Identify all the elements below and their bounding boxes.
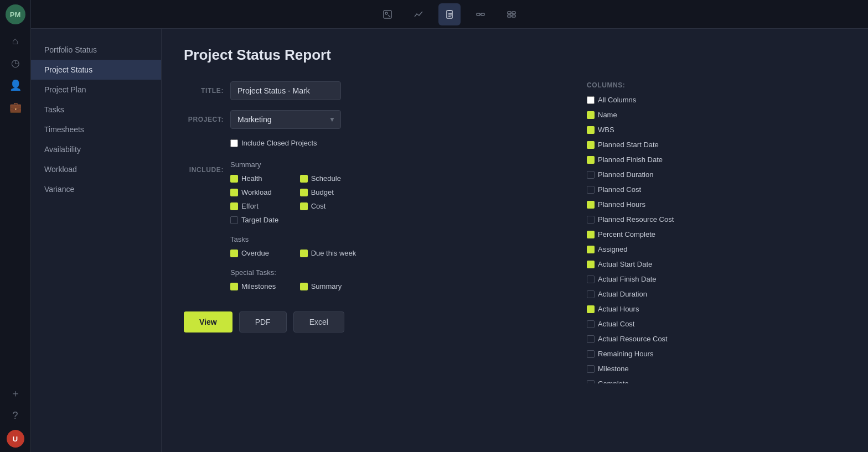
svg-rect-8 [477, 13, 480, 15]
col-actual-resource-cost-checkbox-group[interactable]: Actual Resource Cost [587, 335, 737, 343]
col-actual-resource-cost-label: Actual Resource Cost [598, 335, 668, 343]
users-icon[interactable]: 👤 [6, 75, 25, 95]
schedule-checked-icon [300, 175, 308, 183]
budget-label: Budget [311, 188, 334, 196]
col-planned-finish-checkbox-group[interactable]: Planned Finish Date [587, 155, 737, 164]
col-assigned-checkbox-group[interactable]: Assigned [587, 245, 737, 253]
all-columns-checkbox-group[interactable]: All Columns [587, 96, 737, 104]
svg-point-1 [385, 12, 388, 14]
col-planned-cost-unchecked [587, 186, 595, 194]
content-area: Project Status Report TITLE: PROJECT: Ma… [162, 29, 868, 452]
project-select-wrapper: Marketing Development Design Operations … [230, 110, 341, 129]
col-complete-checkbox-group[interactable]: Complete [587, 380, 737, 383]
chart-toolbar-icon[interactable] [407, 3, 430, 25]
col-actual-finish-checkbox-group[interactable]: Actual Finish Date [587, 275, 737, 283]
briefcase-icon[interactable]: 💼 [6, 97, 25, 117]
sidebar-item-portfolio-status[interactable]: Portfolio Status [31, 40, 161, 60]
budget-checkbox-group[interactable]: Budget [300, 188, 356, 196]
link-toolbar-icon[interactable] [469, 3, 492, 25]
col-actual-finish-label: Actual Finish Date [598, 275, 657, 283]
home-icon[interactable]: ⌂ [6, 31, 25, 51]
sidebar: Reports Portfolio Status Project Status … [31, 0, 162, 452]
app-logo[interactable]: PM [6, 4, 25, 24]
col-planned-hours-label: Planned Hours [598, 200, 645, 209]
include-closed-checkbox[interactable] [230, 139, 238, 147]
col-actual-start-label: Actual Start Date [598, 260, 652, 268]
icon-rail: PM ⌂ ◷ 👤 💼 ＋ ? U [0, 0, 31, 452]
workload-label: Workload [241, 188, 272, 196]
user-avatar[interactable]: U [7, 430, 24, 448]
col-percent-complete-checked [587, 231, 595, 238]
form-area: TITLE: PROJECT: Marketing Development De… [184, 81, 846, 383]
svg-rect-14 [512, 15, 515, 17]
summary-special-checkbox-group[interactable]: Summary [300, 282, 356, 290]
col-actual-hours-checkbox-group[interactable]: Actual Hours [587, 305, 737, 313]
add-icon[interactable]: ＋ [6, 383, 25, 403]
tasks-checkboxes: Overdue Due this week [230, 249, 356, 261]
main-area: Project Status Report TITLE: PROJECT: Ma… [162, 0, 868, 452]
overdue-label: Overdue [241, 249, 269, 257]
include-closed-label: Include Closed Projects [241, 139, 317, 147]
sidebar-item-timesheets[interactable]: Timesheets [31, 120, 161, 139]
target-date-checkbox-group[interactable]: Target Date [230, 216, 287, 224]
effort-label: Effort [241, 202, 259, 210]
include-section-row: INCLUDE: Summary Health Schedule [184, 160, 560, 294]
clipboard-toolbar-icon[interactable] [438, 3, 461, 25]
sidebar-item-availability[interactable]: Availability [31, 139, 161, 159]
sidebar-item-project-status[interactable]: Project Status [31, 60, 161, 80]
col-planned-resource-cost-checkbox-group[interactable]: Planned Resource Cost [587, 215, 737, 224]
col-wbs-checkbox-group[interactable]: WBS [587, 126, 737, 134]
sidebar-item-tasks[interactable]: Tasks [31, 100, 161, 120]
columns-panel: COLUMNS: All Columns Name [587, 81, 742, 383]
col-milestone-label: Milestone [598, 365, 629, 373]
pdf-button[interactable]: PDF [239, 311, 287, 332]
col-complete-unchecked [587, 380, 595, 384]
col-planned-duration-checkbox-group[interactable]: Planned Duration [587, 170, 737, 179]
title-input[interactable] [230, 81, 341, 100]
col-actual-finish-unchecked [587, 276, 595, 283]
col-planned-start-checked [587, 141, 595, 149]
view-button[interactable]: View [184, 311, 232, 332]
col-name-checkbox-group[interactable]: Name [587, 111, 737, 119]
include-closed-checkbox-group[interactable]: Include Closed Projects [230, 139, 317, 147]
search-toolbar-icon[interactable] [376, 3, 399, 25]
clock-icon[interactable]: ◷ [6, 53, 25, 73]
health-checkbox-group[interactable]: Health [230, 174, 287, 183]
col-planned-cost-checkbox-group[interactable]: Planned Cost [587, 185, 737, 194]
col-planned-start-label: Planned Start Date [598, 141, 659, 149]
col-actual-cost-checkbox-group[interactable]: Actual Cost [587, 320, 737, 328]
col-planned-start-checkbox-group[interactable]: Planned Start Date [587, 141, 737, 149]
milestones-checkbox-group[interactable]: Milestones [230, 282, 287, 290]
project-select[interactable]: Marketing Development Design Operations [230, 110, 341, 129]
col-remaining-hours-label: Remaining Hours [598, 350, 653, 358]
sidebar-item-project-plan[interactable]: Project Plan [31, 80, 161, 100]
schedule-checkbox-group[interactable]: Schedule [300, 174, 356, 183]
effort-checkbox-group[interactable]: Effort [230, 202, 287, 210]
col-percent-complete-checkbox-group[interactable]: Percent Complete [587, 230, 737, 238]
col-remaining-hours-checkbox-group[interactable]: Remaining Hours [587, 350, 737, 358]
layout-toolbar-icon[interactable] [500, 3, 523, 25]
summary-special-label: Summary [311, 282, 342, 290]
col-percent-complete-label: Percent Complete [598, 230, 655, 238]
col-milestone-checkbox-group[interactable]: Milestone [587, 365, 737, 373]
workload-checkbox-group[interactable]: Workload [230, 188, 287, 196]
col-name-label: Name [598, 111, 617, 119]
due-this-week-checkbox-group[interactable]: Due this week [300, 249, 356, 257]
excel-button[interactable]: Excel [293, 311, 344, 332]
effort-checked-icon [230, 202, 238, 210]
form-left: TITLE: PROJECT: Marketing Development De… [184, 81, 560, 383]
sidebar-item-workload[interactable]: Workload [31, 159, 161, 179]
help-icon[interactable]: ? [6, 406, 25, 425]
col-actual-start-checkbox-group[interactable]: Actual Start Date [587, 260, 737, 268]
sidebar-item-variance[interactable]: Variance [31, 179, 161, 199]
col-wbs-label: WBS [598, 126, 614, 134]
action-buttons: View PDF Excel [184, 311, 560, 332]
page-title: Project Status Report [184, 46, 846, 64]
col-planned-hours-checkbox-group[interactable]: Planned Hours [587, 200, 737, 209]
col-actual-duration-label: Actual Duration [598, 290, 647, 298]
col-name-checked [587, 111, 595, 119]
cost-checkbox-group[interactable]: Cost [300, 202, 356, 210]
all-columns-checkbox[interactable] [587, 96, 595, 104]
col-actual-duration-checkbox-group[interactable]: Actual Duration [587, 290, 737, 298]
overdue-checkbox-group[interactable]: Overdue [230, 249, 287, 257]
